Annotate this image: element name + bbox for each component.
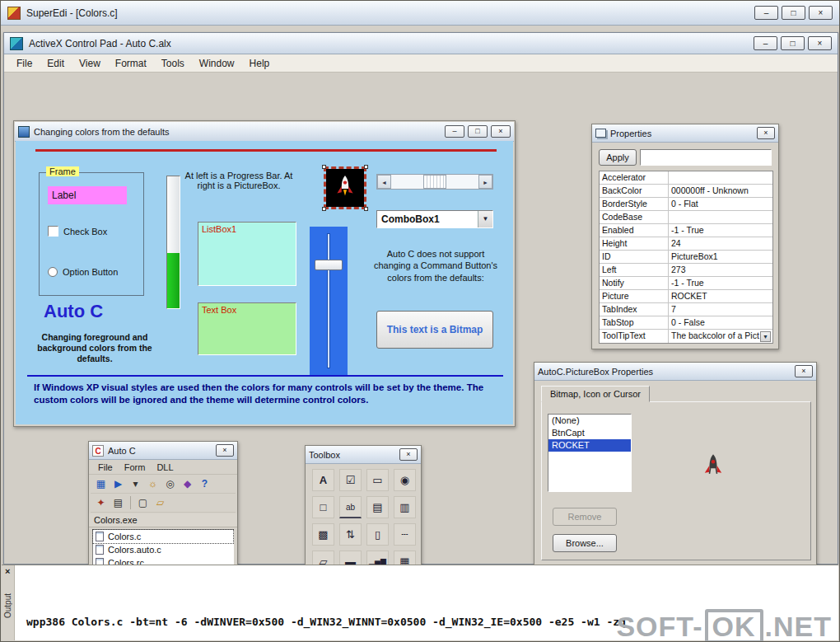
slider-control[interactable] [310,227,348,375]
label-tool-icon[interactable]: A [312,469,334,491]
optionbutton-tool-icon[interactable]: ◉ [394,469,416,491]
selection-handle[interactable] [322,165,326,169]
checkbox-control[interactable]: Check Box [48,226,107,237]
search-icon[interactable]: ◎ [162,476,178,492]
menu-view[interactable]: View [72,56,108,71]
build-icon[interactable]: ☼ [145,476,161,492]
minimize-button[interactable]: – [754,36,777,50]
property-row[interactable]: Accelerator [600,171,772,185]
progressbar-tool-icon[interactable]: ▯ [366,523,389,546]
option-control[interactable]: Option Button [48,267,118,277]
activex-titlebar[interactable]: ActiveX Control Pad - Auto C.alx – □ × [4,33,838,54]
frame-tool-icon[interactable]: □ [312,496,334,518]
menu-help[interactable]: Help [242,56,278,71]
menu-window[interactable]: Window [192,56,242,71]
image-tool-icon[interactable]: ▩ [312,523,334,546]
property-row[interactable]: Enabled-1 - True [600,224,772,237]
frame-control[interactable]: Frame Label Check Box Option Button [39,172,144,296]
menu-tools[interactable]: Tools [154,56,192,71]
close-output-icon[interactable]: × [5,566,10,576]
radio-circle[interactable] [48,267,58,277]
textbox-tool-icon[interactable]: ab [339,496,362,518]
horizontal-scrollbar[interactable]: ◄ ► [376,174,493,190]
menu-file[interactable]: File [9,56,40,71]
remove-button[interactable]: Remove [553,508,617,526]
run-icon[interactable]: ▶ [110,476,126,492]
toolbox-titlebar[interactable]: Toolbox × [306,446,421,464]
spinbutton-tool-icon[interactable]: ⇅ [339,523,362,546]
scroll-left-icon[interactable]: ◄ [377,175,391,189]
combobox-tool-icon[interactable]: ▥ [394,496,416,518]
close-button[interactable]: × [491,125,511,138]
maximize-button[interactable]: □ [782,6,805,20]
menu-edit[interactable]: Edit [40,56,72,71]
close-button[interactable]: × [808,36,832,50]
autoc-titlebar[interactable]: C Auto C × [89,442,237,460]
label-control[interactable]: Label [48,186,127,204]
combobox-control[interactable]: ComboBox1 ▼ [376,210,493,228]
line-tool-icon[interactable]: ┄ [394,523,416,546]
form-titlebar[interactable]: Changing colors from the defaults – □ × [15,122,514,142]
output-tab-label[interactable]: Output [3,593,12,618]
chevron-down-icon[interactable]: ▼ [478,211,492,227]
menu-format[interactable]: Format [108,56,154,71]
property-value-input[interactable] [640,149,772,166]
file-item[interactable]: Colors.c [93,530,233,543]
picturebox-control[interactable] [326,169,364,207]
property-row[interactable]: Height24 [600,237,772,251]
checkbox-box[interactable] [48,226,58,237]
tab-bitmap-icon-cursor[interactable]: Bitmap, Icon or Cursor [541,386,650,402]
scroll-down-icon[interactable]: ▼ [760,331,771,342]
dialog-titlebar[interactable]: AutoC.PictureBox Properties × [534,363,816,381]
run-dropdown-icon[interactable]: ▾ [128,476,143,492]
bitmap-button[interactable]: This text is a Bitmap [376,311,493,349]
property-row[interactable]: Left273 [600,264,772,277]
package-icon[interactable]: ◆ [180,476,195,492]
file-item[interactable]: Colors.auto.c [93,543,233,556]
list-item[interactable]: BtnCapt [548,427,631,439]
scroll-right-icon[interactable]: ► [478,175,492,189]
commandbutton-tool-icon[interactable]: ▭ [366,469,389,491]
list-item-selected[interactable]: ROCKET [548,439,631,452]
grid-tool-icon[interactable]: ▦ [93,476,109,492]
properties-titlebar[interactable]: Properties × [592,124,778,143]
close-button[interactable]: × [399,448,418,461]
listbox-control[interactable]: ListBox1 [198,222,296,286]
property-row[interactable]: IDPictureBox1 [600,251,772,264]
selection-handle[interactable] [364,165,368,169]
listbox-tool-icon[interactable]: ▤ [366,496,389,518]
property-row[interactable]: PictureROCKET [600,290,772,303]
property-row[interactable]: BackColor000000ff - Unknown [600,185,772,198]
resource-listbox[interactable]: (None) BtnCapt ROCKET [548,414,632,492]
selection-handle[interactable] [364,207,368,211]
minimize-button[interactable]: – [445,125,464,138]
apply-button[interactable]: Apply [599,149,637,166]
property-row[interactable]: TabIndex7 [600,303,772,316]
textbox-control[interactable]: Text Box [198,302,296,355]
maximize-button[interactable]: □ [468,125,488,138]
slider-thumb[interactable] [315,260,343,270]
help-icon[interactable]: ? [197,476,212,492]
browse-button[interactable]: Browse... [553,534,617,552]
property-row[interactable]: TabStop0 - False [600,316,772,330]
printer-icon[interactable]: ▤ [110,495,126,511]
property-row[interactable]: Notify-1 - True [600,277,772,290]
minimize-button[interactable]: – [754,6,778,20]
property-row[interactable]: CodeBase [600,211,772,224]
menu-form[interactable]: Form [119,462,152,473]
scroll-track[interactable] [391,175,478,189]
property-row[interactable]: BorderStyle0 - Flat [600,198,772,211]
scroll-thumb[interactable] [423,175,446,189]
selection-handle[interactable] [322,207,326,211]
list-item[interactable]: (None) [548,415,631,427]
checkbox-tool-icon[interactable]: ☑ [339,469,362,491]
close-button[interactable]: × [216,444,234,457]
maximize-button[interactable]: □ [781,36,805,50]
tools-icon[interactable]: ✦ [93,495,109,511]
menu-dll[interactable]: DLL [151,462,179,473]
property-row[interactable]: ToolTipTextThe backcolor of a Pict [600,330,772,343]
superedi-titlebar[interactable]: SuperEdi - [Colors.c] – □ × [1,1,839,26]
new-file-icon[interactable]: ▢ [135,495,151,511]
close-button[interactable]: × [795,365,813,377]
menu-file[interactable]: File [92,462,119,473]
